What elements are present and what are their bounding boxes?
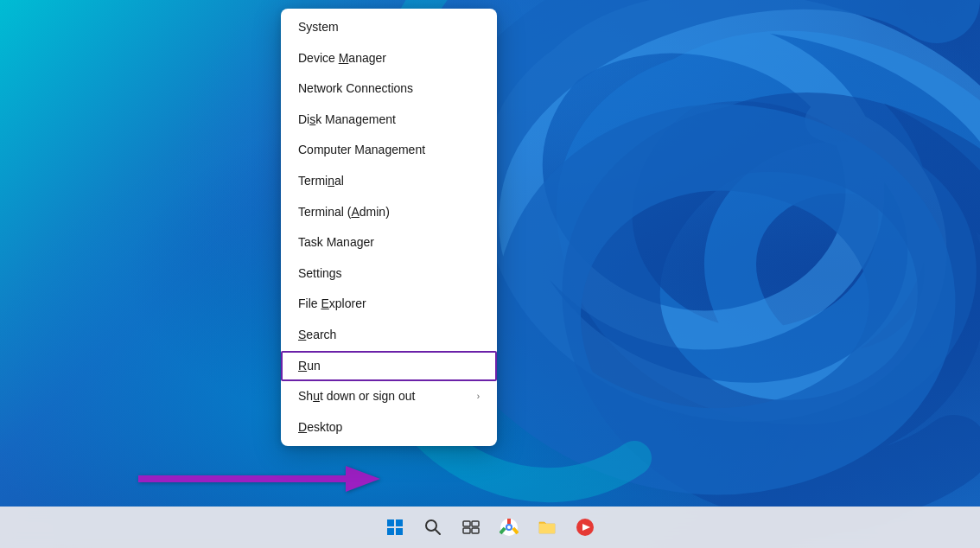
start-button[interactable] [378, 510, 412, 545]
arrow-indicator [138, 462, 380, 500]
menu-item-search[interactable]: Search [281, 320, 497, 351]
svg-line-7 [436, 530, 440, 534]
svg-point-15 [507, 526, 511, 529]
app5-button[interactable] [568, 510, 602, 545]
desktop: System Device Manager Network Connection… [0, 0, 980, 548]
taskbar-icons [378, 510, 602, 545]
svg-marker-1 [346, 466, 380, 492]
file-explorer-button[interactable] [530, 510, 564, 545]
menu-item-run[interactable]: Run [281, 351, 497, 382]
svg-rect-3 [396, 519, 403, 526]
svg-rect-9 [472, 521, 479, 526]
menu-item-computer-management[interactable]: Computer Management [281, 135, 497, 166]
context-menu: System Device Manager Network Connection… [281, 9, 497, 446]
taskbar [0, 507, 980, 548]
svg-rect-11 [472, 528, 479, 533]
chrome-button[interactable] [492, 510, 526, 545]
menu-item-disk-management[interactable]: Disk Management [281, 105, 497, 136]
svg-rect-5 [396, 528, 403, 535]
menu-item-network-connections[interactable]: Network Connections [281, 73, 497, 105]
svg-rect-2 [387, 519, 394, 526]
svg-rect-10 [463, 528, 470, 533]
menu-item-desktop[interactable]: Desktop [281, 412, 497, 443]
menu-item-file-explorer[interactable]: File Explorer [281, 289, 497, 320]
svg-rect-8 [463, 521, 470, 526]
menu-item-settings[interactable]: Settings [281, 258, 497, 290]
search-taskbar-button[interactable] [416, 510, 450, 545]
menu-item-terminal[interactable]: Terminal [281, 166, 497, 197]
svg-point-6 [426, 520, 436, 531]
menu-item-system[interactable]: System [281, 12, 497, 43]
menu-item-shutdown[interactable]: Shut down or sign out › [281, 381, 497, 412]
task-view-button[interactable] [454, 510, 488, 545]
svg-rect-4 [387, 528, 394, 535]
menu-item-task-manager[interactable]: Task Manager [281, 227, 497, 258]
submenu-chevron: › [477, 391, 480, 403]
menu-item-device-manager[interactable]: Device Manager [281, 43, 497, 74]
menu-item-terminal-admin[interactable]: Terminal (Admin) [281, 197, 497, 228]
